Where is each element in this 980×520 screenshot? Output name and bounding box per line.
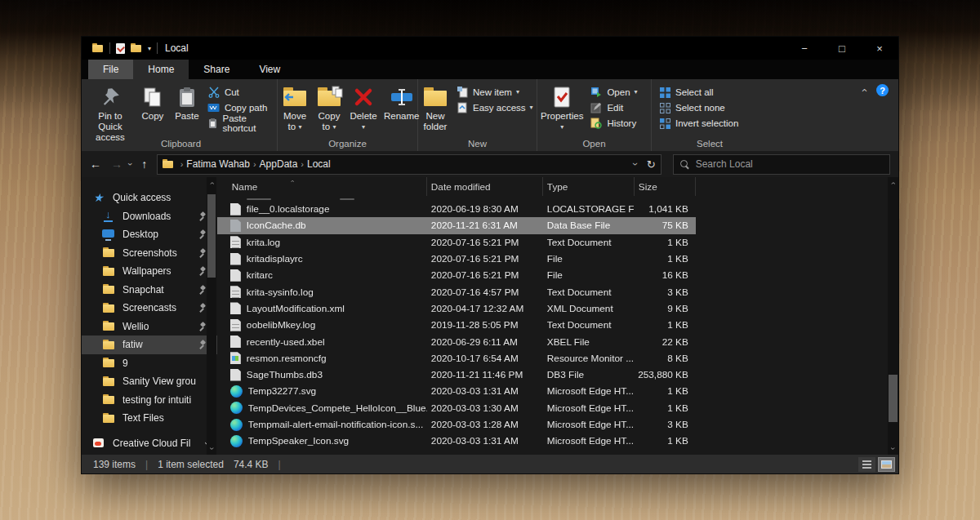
breadcrumb-item[interactable]: Local [305,158,332,170]
address-dropdown-icon[interactable]: › [630,162,641,166]
sidebar-item[interactable]: Wallpapers › [82,262,217,281]
forward-icon[interactable]: → [108,158,126,171]
sidebar-item[interactable]: fatiw › [82,336,217,354]
sidebar-item[interactable]: Text Files › [82,409,217,428]
maximize-button[interactable]: □ [823,37,861,60]
delete-button[interactable]: Delete▾ [347,82,380,134]
table-row[interactable]: SageThumbs.db3 2020-11-21 11:46 PM DB3 F… [217,367,696,383]
column-header-name[interactable]: Name [217,177,427,196]
move-to-button[interactable]: Moveto ▾ [278,82,311,134]
pin-to-quick-access-button[interactable]: Pin to Quickaccess [86,82,135,144]
edit-button[interactable]: Edit [586,100,640,115]
refresh-icon[interactable]: ↻ [647,158,656,171]
copy-to-button[interactable]: Copyto ▾ [313,82,345,134]
recent-locations-icon[interactable]: › [126,162,136,166]
sidebar-item[interactable]: Wellio › [82,318,217,336]
file-date-cell: 2020-03-03 1:31 AM [427,385,543,397]
minimize-button[interactable]: − [786,37,823,60]
help-icon[interactable]: ? [876,84,889,96]
file-date-cell: 2020-07-16 4:57 PM [427,287,543,298]
tab-file[interactable]: File [88,60,133,79]
easy-access-button[interactable]: Easy access ▾ [452,100,537,115]
file-type-cell: XML Document [543,303,635,314]
sidebar-scrollbar[interactable]: › › [207,177,216,455]
file-name: recently-used.xbel [247,336,325,348]
column-header-size[interactable]: Size [635,177,696,196]
new-folder-qat-icon[interactable] [131,43,142,53]
table-row[interactable]: recently-used.xbel 2020-06-29 6:11 AM XB… [217,333,696,349]
sidebar-item[interactable]: Creative Cloud Fil › [82,434,217,453]
file-name-cell: Tempmail-alert-email-notification-icon.s… [217,419,427,431]
tab-share[interactable]: Share [189,60,244,79]
large-icons-view-button[interactable] [878,457,895,472]
qat-customize-caret-icon[interactable]: ▾ [148,44,151,52]
paste-button[interactable]: Paste [171,82,203,123]
paste-shortcut-button[interactable]: Paste shortcut [204,116,277,131]
file-list-scrollbar[interactable]: › › [888,177,898,455]
file-type-cell: LOCALSTORAGE File [543,203,635,215]
sidebar-item[interactable]: Snapchat › [82,281,217,300]
table-row[interactable]: TempDevices_Compete_HelloIcon__Blue... 2… [217,400,696,416]
pin-icon [197,266,207,276]
sidebar-item-label: Sanity View grou [122,376,196,387]
history-button[interactable]: History [586,116,640,131]
sidebar-item[interactable]: Sanity View grou › [82,372,217,391]
file-type-cell: Text Document [543,319,635,331]
collapse-ribbon-icon[interactable]: › [857,88,869,91]
table-row[interactable]: krita-sysinfo.log 2020-07-16 4:57 PM Tex… [217,283,696,300]
cut-button[interactable]: Cut [204,85,277,100]
column-header-type[interactable]: Type [543,177,635,196]
table-row[interactable]: kritarc 2020-07-16 5:21 PM File 16 KB [217,267,696,283]
breadcrumb-item[interactable]: Fatima Wahab [185,158,252,170]
scrollbar-thumb[interactable] [889,375,898,422]
copy-button[interactable]: Copy [136,82,169,123]
select-all-button[interactable]: Select all [655,85,742,100]
sidebar-item[interactable]: Screencasts › [82,299,217,318]
up-icon[interactable]: ↑ [136,158,154,171]
scroll-down-icon[interactable]: › [207,444,216,454]
scroll-down-icon[interactable]: › [889,443,898,454]
title-bar[interactable]: ▾ Local − □ × [82,37,898,60]
sidebar-item[interactable]: Quick access › [82,189,217,207]
properties-qat-icon[interactable] [116,43,125,54]
table-row[interactable]: oobelibMkey.log 2019-11-28 5:05 PM Text … [217,317,696,333]
sidebar-item[interactable]: Screenshots › [82,244,217,263]
sidebar-item-icon [102,412,116,424]
column-header-date-modified[interactable]: Date modified [427,177,543,196]
scroll-up-icon[interactable]: › [889,178,898,189]
search-box[interactable] [673,154,890,175]
table-row[interactable]: kritadisplayrc 2020-07-16 5:21 PM File 1… [217,251,696,267]
invert-selection-button[interactable]: Invert selection [655,116,742,131]
close-button[interactable]: × [861,37,898,60]
rename-button[interactable]: Rename [381,82,421,123]
quick-access-toolbar: ▾ [82,42,158,54]
sidebar-item[interactable]: Desktop › [82,225,217,244]
sidebar-item[interactable]: 9 › [82,354,217,373]
table-row[interactable]: Tempmail-alert-email-notification-icon.s… [217,416,696,433]
address-bar[interactable]: › Fatima Wahab › AppData › Local › ↻ [157,154,662,175]
table-row[interactable]: IconCache.db 2020-11-21 6:31 AM Data Bas… [217,217,696,233]
table-row[interactable]: TempSpeaker_Icon.svg 2020-03-03 1:31 AM … [217,433,696,449]
table-row[interactable]: resmon.resmoncfg 2020-10-17 6:54 AM Reso… [217,350,696,367]
properties-button[interactable]: Properties▾ [538,82,586,134]
tab-home[interactable]: Home [133,60,189,79]
table-row[interactable]: LayoutModification.xml 2020-04-17 12:32 … [217,300,696,317]
table-row[interactable]: Temp32277.svg 2020-03-03 1:31 AM Microso… [217,383,696,399]
select-none-button[interactable]: Select none [655,100,742,115]
new-item-button[interactable]: New item ▾ [452,85,537,100]
tab-view[interactable]: View [244,60,295,79]
table-row[interactable]: file__0.localstorage 2020-06-19 8:30 AM … [217,201,696,217]
scroll-up-icon[interactable]: › [207,179,216,189]
new-folder-button[interactable]: Newfolder [419,82,452,134]
breadcrumb-item[interactable]: AppData [258,158,300,170]
scrollbar-thumb[interactable] [207,194,216,278]
table-row[interactable]: krita.log 2020-07-16 5:21 PM Text Docume… [217,234,696,251]
back-icon[interactable]: ← [87,158,105,171]
details-view-button[interactable] [858,457,875,472]
sidebar-item[interactable]: Downloads › [82,207,217,226]
search-input[interactable] [696,158,883,170]
open-button[interactable]: Open ▾ [586,85,640,100]
dropdown-caret-icon: ▾ [635,89,638,96]
sidebar-item-label: Creative Cloud Fil [113,438,190,449]
sidebar-item[interactable]: testing for intuiti › [82,391,217,410]
